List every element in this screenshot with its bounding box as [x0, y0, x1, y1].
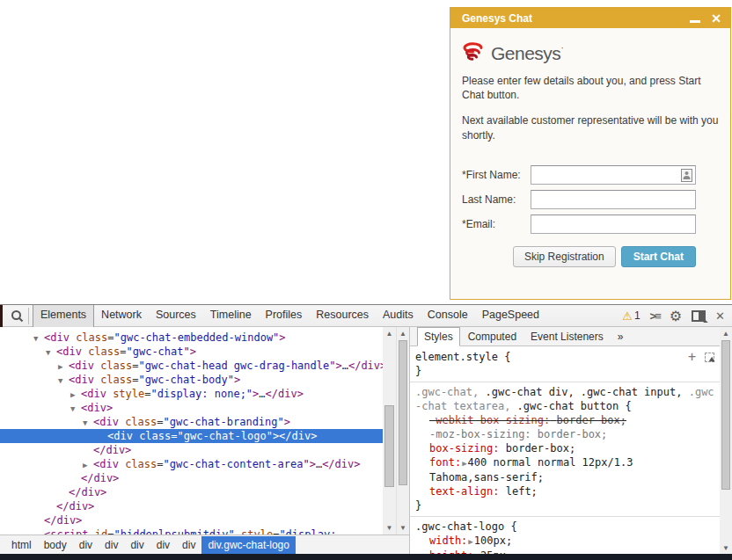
css-property[interactable]: font:▶400 normal normal 12px/1.3 Tahoma,… — [415, 455, 714, 484]
breadcrumb-item[interactable]: div — [99, 536, 124, 554]
devtools-tab-resources[interactable]: Resources — [309, 305, 376, 327]
css-property[interactable]: text-align: left; — [415, 484, 714, 498]
devtools-tab-console[interactable]: Console — [421, 305, 475, 327]
devtools-tab-elements[interactable]: Elements — [33, 305, 94, 327]
devtools-close-icon[interactable]: ✕ — [715, 309, 725, 323]
devtools-tab-audits[interactable]: Audits — [376, 305, 421, 327]
chat-titlebar[interactable]: Genesys Chat ✕ — [450, 8, 730, 28]
taskbar-edge — [0, 554, 732, 560]
scrollbar-thumb[interactable] — [399, 340, 407, 485]
styles-left-scrollbar[interactable]: ▲ ▼ — [396, 327, 409, 535]
email-row: *Email: — [462, 215, 719, 234]
autofill-icon[interactable] — [681, 169, 692, 182]
expand-arrow-right-icon[interactable]: ▶ — [58, 360, 69, 374]
warning-count: 1 — [634, 309, 640, 322]
devtools-tab-network[interactable]: Network — [94, 305, 149, 327]
element-state-icon[interactable] — [705, 353, 714, 362]
elements-scrollbar[interactable]: ▲ ▼ — [383, 327, 396, 535]
css-property[interactable]: -moz-box-sizing: border-box; — [415, 427, 714, 441]
styles-pane: StylesComputedEvent Listeners» element.s… — [409, 327, 720, 555]
start-chat-button[interactable]: Start Chat — [621, 246, 696, 267]
scroll-down-icon[interactable]: ▼ — [397, 521, 409, 535]
inspect-element-button[interactable] — [7, 308, 26, 324]
scroll-down-icon[interactable]: ▼ — [383, 521, 396, 535]
first-name-label: *First Name: — [462, 169, 531, 181]
styles-tab-»[interactable]: » — [611, 328, 630, 345]
email-input[interactable] — [531, 215, 696, 234]
devtools-tab-pagespeed[interactable]: PageSpeed — [475, 305, 546, 327]
expand-arrow-down-icon[interactable]: ▼ — [83, 416, 93, 430]
expand-arrow-down-icon[interactable]: ▼ — [46, 345, 56, 360]
css-property[interactable]: -webkit-box-sizing: border-box; — [415, 413, 714, 427]
tree-row[interactable]: ▼<div class="gwc-chat-branding"> — [0, 415, 383, 429]
tree-row[interactable]: </div> — [0, 499, 383, 513]
registration-form: *First Name: Last Name: *Email: — [462, 165, 719, 267]
console-drawer-icon[interactable]: >≡ — [650, 309, 660, 323]
devtools-tab-profiles[interactable]: Profiles — [259, 305, 310, 327]
expand-arrow-right-icon[interactable]: ▶ — [83, 458, 93, 472]
breadcrumb-item[interactable]: div — [150, 536, 176, 554]
chat-body: Genesys· Please enter few details about … — [450, 28, 730, 267]
minimize-icon[interactable] — [690, 20, 700, 23]
breadcrumb-item[interactable]: div — [73, 536, 99, 554]
genesys-logo-text: Genesys· — [491, 43, 563, 64]
scroll-up-icon[interactable]: ▲ — [383, 327, 396, 340]
new-style-rule-icon[interactable]: + — [688, 353, 696, 361]
tree-row[interactable]: <script id="hiddenlpsubmitdiv" style="di… — [0, 527, 383, 535]
toolbar-right-icons: ⚠ 1 >≡ ⚙ ✕ — [622, 308, 725, 324]
tree-row[interactable]: ▶<div style="display: none;">…</div> — [0, 387, 383, 401]
scroll-down-icon[interactable]: ▼ — [720, 542, 732, 555]
tree-row[interactable]: ▶<div class="gwc-chat-head gwc-drag-hand… — [0, 359, 383, 373]
expand-arrow-down-icon[interactable]: ▼ — [70, 402, 81, 416]
settings-gear-icon[interactable]: ⚙ — [670, 308, 682, 324]
toolbar-divider — [28, 308, 29, 324]
tree-row[interactable]: </div> — [0, 471, 383, 485]
expand-arrow-down-icon[interactable]: ▼ — [33, 331, 44, 345]
styles-right-scrollbar[interactable]: ▲ ▼ — [720, 327, 732, 555]
breadcrumb: htmlbodydivdivdivdivdivdiv.gwc-chat-logo — [0, 535, 409, 555]
elements-tree: ▼<div class="gwc-chat-embedded-window">▼… — [0, 327, 383, 535]
styles-tab-computed[interactable]: Computed — [462, 328, 523, 345]
chat-wait-text: Next available customer representative w… — [462, 113, 722, 142]
screen: Genesys Chat ✕ Genesys· Please enter few… — [0, 0, 732, 560]
close-icon[interactable]: ✕ — [711, 12, 721, 25]
last-name-row: Last Name: — [462, 190, 719, 209]
breadcrumb-item[interactable]: div — [176, 536, 201, 554]
css-property[interactable]: width:▶100px; — [415, 534, 714, 549]
breadcrumb-item[interactable]: html — [5, 536, 38, 554]
tree-row[interactable]: ▼<div class="gwc-chat-body"> — [0, 373, 383, 387]
tree-row[interactable]: </div> — [0, 443, 383, 457]
skip-registration-button[interactable]: Skip Registration — [513, 246, 616, 267]
last-name-input[interactable] — [531, 190, 696, 209]
expand-arrow-right-icon[interactable]: ▶ — [70, 388, 81, 402]
breadcrumb-item[interactable]: div — [124, 536, 150, 554]
element-style-close: } — [415, 364, 714, 378]
tree-row[interactable]: ▼<div class="gwc-chat-embedded-window"> — [0, 331, 383, 345]
css-property[interactable]: box-sizing: border-box; — [415, 441, 714, 455]
scrollbar-thumb[interactable] — [384, 405, 394, 487]
email-label: *Email: — [462, 218, 531, 230]
scroll-up-icon[interactable]: ▲ — [720, 327, 732, 340]
breadcrumb-item[interactable]: div.gwc-chat-logo — [201, 536, 295, 554]
devtools-tab-timeline[interactable]: Timeline — [203, 305, 259, 327]
tree-row[interactable]: </div> — [0, 513, 383, 527]
element-style-selector: element.style { — [415, 350, 688, 364]
expand-arrow-down-icon[interactable]: ▼ — [58, 374, 69, 388]
breadcrumb-item[interactable]: body — [38, 536, 73, 554]
tree-row[interactable]: ▼<div class="gwc-chat"> — [0, 345, 383, 359]
styles-tab-event-listeners[interactable]: Event Listeners — [524, 328, 610, 345]
tree-row[interactable]: </div> — [0, 485, 383, 499]
chat-window-title: Genesys Chat — [462, 12, 690, 25]
first-name-input[interactable] — [531, 165, 696, 185]
devtools-tab-sources[interactable]: Sources — [149, 305, 203, 327]
scrollbar-thumb[interactable] — [721, 340, 730, 490]
tree-row-selected[interactable]: <div class="gwc-chat-logo"></div> — [0, 429, 383, 443]
tree-row[interactable]: ▶<div class="gwc-chat-content-area">…</d… — [0, 457, 383, 471]
tree-row[interactable]: ▼<div> — [0, 401, 383, 415]
scroll-up-icon[interactable]: ▲ — [397, 327, 409, 340]
warning-icon: ⚠ — [622, 309, 633, 323]
warning-counter[interactable]: ⚠ 1 — [622, 309, 640, 323]
styles-tab-styles[interactable]: Styles — [417, 327, 460, 346]
dock-side-icon[interactable] — [692, 310, 706, 322]
first-name-row: *First Name: — [462, 165, 719, 185]
